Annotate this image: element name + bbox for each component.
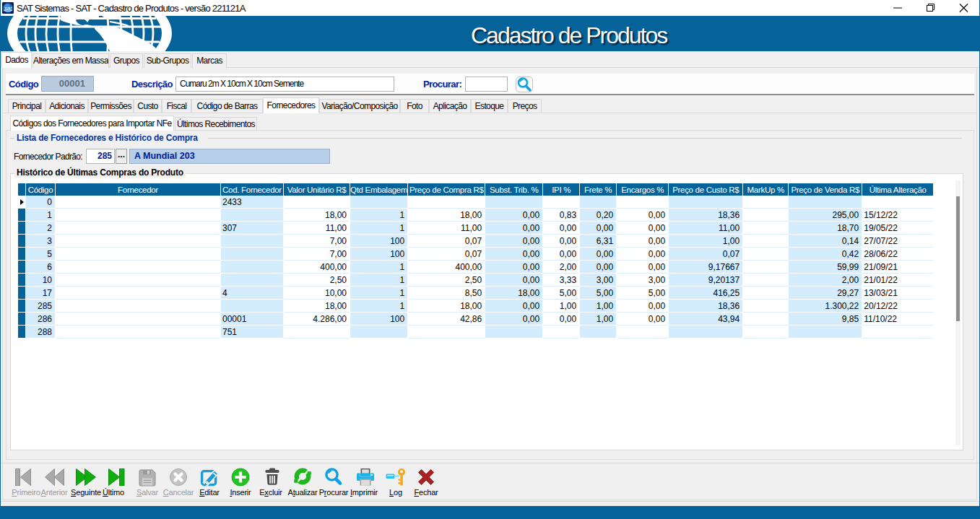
svg-text:sat: sat [4, 5, 12, 12]
